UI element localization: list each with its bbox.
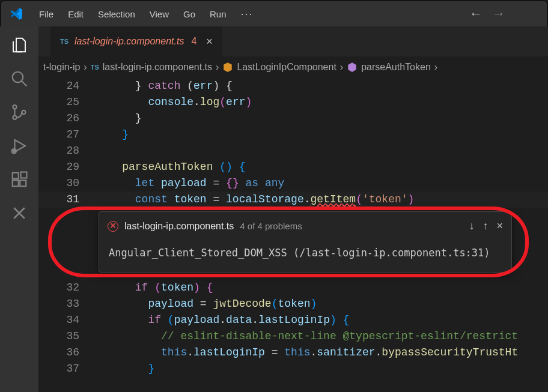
typescript-badge-icon: TS (60, 38, 68, 45)
code-line[interactable]: 32 if (token) { (38, 280, 548, 296)
breadcrumb-label: t-login-ip (43, 62, 80, 73)
menu-selection[interactable]: Selection (92, 7, 141, 22)
popup-header: ✕ last-login-ip.component.ts 4 of 4 prob… (99, 212, 511, 239)
svg-point-3 (13, 116, 16, 119)
breadcrumb-label: last-login-ip.component.ts (103, 62, 212, 73)
line-number: 24 (38, 78, 96, 94)
activity-run-debug-icon[interactable] (9, 136, 29, 156)
nav-forward-icon[interactable]: → (492, 6, 505, 22)
code-line[interactable]: 34 if (payload.data.lastLoginIp) { (38, 312, 548, 328)
chevron-right-icon: › (84, 62, 87, 73)
code-line[interactable]: 37 } (38, 361, 548, 377)
activity-close-icon[interactable] (9, 203, 29, 223)
menu-run[interactable]: Run (204, 7, 233, 22)
line-number: 27 (38, 127, 96, 143)
svg-line-1 (22, 81, 27, 86)
line-number: 30 (38, 175, 96, 191)
typescript-badge-icon: TS (91, 64, 99, 71)
breadcrumb-label: LastLoginIpComponent (237, 62, 336, 73)
code-line[interactable]: 28 (38, 143, 548, 159)
line-number: 33 (38, 296, 96, 312)
svg-point-2 (13, 105, 16, 109)
popup-close-icon[interactable]: × (496, 218, 503, 234)
code-line[interactable]: 26 } (38, 110, 548, 127)
error-icon: ✕ (108, 221, 118, 232)
menu-view[interactable]: View (144, 7, 175, 22)
breadcrumb-label: parseAuthToken (361, 62, 431, 73)
svg-rect-9 (20, 180, 26, 186)
tab-last-login-ip[interactable]: TS last-login-ip.component.ts 4 × (50, 26, 223, 56)
menu-overflow-icon[interactable]: ··· (235, 8, 260, 20)
code-line[interactable]: 35 // eslint-disable-next-line @typescri… (38, 328, 548, 345)
popup-problem-count: 4 of 4 problems (240, 218, 302, 234)
menu-file[interactable]: File (33, 7, 59, 22)
breadcrumb-item[interactable]: TSlast-login-ip.component.ts (91, 62, 212, 73)
breadcrumbs[interactable]: t-login-ip›TSlast-login-ip.component.ts›… (38, 56, 548, 78)
svg-point-0 (13, 72, 23, 83)
class-icon (222, 62, 233, 73)
activity-bar (0, 26, 38, 392)
tab-close-icon[interactable]: × (206, 35, 213, 48)
tab-problem-count: 4 (191, 36, 196, 47)
code-editor[interactable]: 24 } catch (err) {25 console.log(err)26 … (38, 78, 548, 392)
code-line[interactable]: 25 console.log(err) (38, 94, 548, 110)
code-line[interactable]: 31 const token = localStorage.getItem('t… (38, 191, 548, 208)
line-number: 28 (38, 143, 96, 159)
vscode-logo-icon (9, 7, 23, 21)
title-bar: FileEditSelectionViewGoRun ··· ← → (1, 1, 547, 27)
popup-next-icon[interactable]: ↓ (469, 218, 474, 234)
menu-edit[interactable]: Edit (62, 7, 90, 22)
method-icon (347, 62, 358, 73)
svg-rect-7 (13, 173, 19, 179)
line-number: 32 (38, 280, 96, 296)
line-number: 36 (38, 345, 96, 361)
activity-source-control-icon[interactable] (9, 102, 29, 122)
line-number: 26 (38, 110, 96, 127)
chevron-right-icon: › (340, 62, 343, 73)
editor-tabs: TS last-login-ip.component.ts 4 × (38, 26, 548, 56)
line-number: 29 (38, 159, 96, 175)
problem-hover-popup: ✕ last-login-ip.component.ts 4 of 4 prob… (99, 211, 512, 273)
code-line[interactable]: 24 } catch (err) { (38, 78, 548, 94)
svg-rect-8 (13, 180, 19, 186)
popup-prev-icon[interactable]: ↑ (483, 218, 488, 234)
line-number: 37 (38, 361, 96, 377)
activity-explorer-icon[interactable] (9, 35, 29, 55)
menu-go[interactable]: Go (177, 7, 201, 22)
tab-filename: last-login-ip.component.ts (75, 36, 184, 47)
popup-message: Angular_Client_Stored_DOM_XSS (/last-log… (99, 239, 511, 272)
line-number: 35 (38, 328, 96, 345)
editor-area: TS last-login-ip.component.ts 4 × t-logi… (38, 26, 548, 392)
line-number: 34 (38, 312, 96, 328)
line-number: 25 (38, 94, 96, 110)
breadcrumb-item[interactable]: LastLoginIpComponent (222, 62, 336, 73)
breadcrumb-item[interactable]: t-login-ip (43, 62, 80, 73)
popup-filename: last-login-ip.component.ts (124, 218, 234, 234)
code-line[interactable]: 30 let payload = {} as any (38, 175, 548, 191)
code-line[interactable]: 27 } (38, 127, 548, 143)
activity-search-icon[interactable] (9, 68, 29, 89)
breadcrumb-item[interactable]: parseAuthToken (347, 62, 431, 73)
line-number: 31 (38, 191, 96, 208)
code-line[interactable]: 33 payload = jwtDecode(token) (38, 296, 548, 312)
svg-rect-10 (21, 172, 27, 178)
chevron-right-icon: › (434, 62, 437, 73)
nav-back-icon[interactable]: ← (469, 6, 483, 22)
chevron-right-icon: › (216, 62, 219, 73)
code-line[interactable]: 36 this.lastLoginIp = this.sanitizer.byp… (38, 345, 548, 361)
code-line[interactable]: 29 parseAuthToken () { (38, 159, 548, 175)
activity-extensions-icon[interactable] (9, 169, 29, 190)
